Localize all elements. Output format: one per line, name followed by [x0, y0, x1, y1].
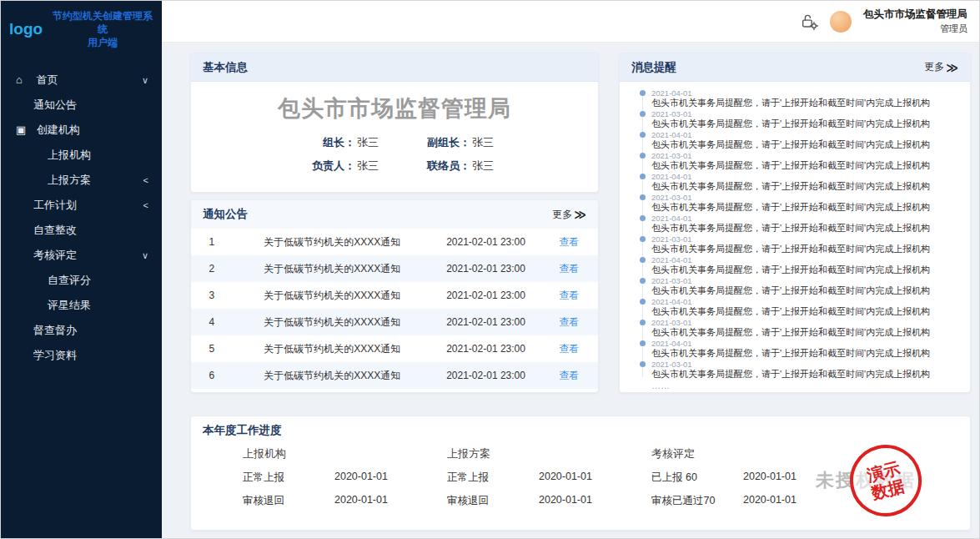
notice-row: 6 关于低碳节约机关的XXXX通知 2021-02-01 23:00 查看 — [191, 362, 598, 389]
sidebar-item[interactable]: ⌂ 首页 ∨ — [1, 68, 162, 93]
sidebar-item[interactable]: 评星结果 — [1, 293, 162, 318]
message-date: 2021-03-01 — [651, 151, 958, 160]
system-subtitle: 用户端 — [48, 36, 157, 49]
sidebar-item[interactable]: 考核评定 ∨ — [1, 243, 162, 268]
message-item: 2021-04-01 包头市机关事务局提醒您，请于'上报开始和截至时间'内完成上… — [640, 214, 958, 234]
chevron-icon: < — [143, 168, 148, 193]
progress-label: 已上报 60 — [651, 471, 730, 485]
menu-item-label: 首页 — [37, 73, 58, 86]
notice-title: 关于低碳节约机关的XXXX通知 — [233, 235, 432, 249]
topbar: 包头市市场监督管理局 管理员 — [162, 1, 979, 43]
message-text: 包头市机关事务局提醒您，请于'上报开始和截至时间'内完成上报机构 — [651, 118, 958, 129]
basic-info-body: 包头市市场监督管理局 组长： 张三 副组长： — [191, 82, 598, 174]
notice-row: 1 关于低碳节约机关的XXXX通知 2021-02-01 23:00 查看 — [191, 229, 598, 255]
notice-view-link[interactable]: 查看 — [540, 315, 598, 330]
progress-label: 审核退回 — [243, 494, 321, 508]
message-item: 2021-04-01 包头市机关事务局提醒您，请于'上报开始和截至时间'内完成上… — [640, 130, 958, 151]
messages-title: 消息提醒 — [631, 60, 676, 75]
info-field: 负责人： 张三 — [295, 159, 379, 174]
app-window: logo 节约型机关创建管理系统 用户端 ⌂ 首页 ∨ 通知公告 — [0, 0, 980, 539]
menu-item-icon: ▣ — [16, 118, 28, 143]
message-date: 2021-03-01 — [651, 276, 958, 285]
message-text: 包头市机关事务局提醒您，请于'上报开始和截至时间'内完成上报机构 — [651, 139, 958, 150]
message-text: 包头市机关事务局提醒您，请于'上报开始和截至时间'内完成上报机构 — [651, 306, 958, 317]
messages-more-link[interactable]: 更多 ≫ — [924, 60, 958, 74]
message-text: 包头市机关事务局提醒您，请于'上报开始和截至时间'内完成上报机构 — [651, 202, 958, 213]
sidebar-item[interactable]: ▣ 创建机构 — [1, 118, 162, 143]
progress-value: 2020-01-01 — [539, 471, 592, 485]
notice-title: 关于低碳节约机关的XXXX通知 — [233, 342, 432, 356]
menu-item-label: 督查督办 — [33, 324, 77, 336]
message-item: 2021-03-01 包头市机关事务局提醒您，请于'上报开始和截至时间'内完成上… — [640, 234, 958, 255]
more-arrow-icon: ≫ — [574, 208, 586, 221]
notice-index: 4 — [191, 316, 233, 328]
notices-card: 通知公告 更多 ≫ 1 关于低碳节约机关的XXXX通知 2021-02-0 — [190, 199, 599, 393]
menu-item-label: 学习资料 — [33, 349, 77, 361]
chevron-icon: ∨ — [142, 243, 148, 268]
message-text: 包头市机关事务局提醒您，请于'上报开始和截至时间'内完成上报机构 — [651, 285, 958, 296]
notice-time: 2021-02-01 23:00 — [432, 343, 540, 355]
lock-settings-icon[interactable] — [800, 13, 818, 31]
menu-item-label: 创建机构 — [37, 123, 80, 136]
message-date: 2021-04-01 — [651, 130, 958, 139]
message-date: 2021-04-01 — [651, 297, 958, 306]
progress-row: 正常上报 2020-01-01 — [243, 471, 447, 485]
progress-group-title: 上报方案 — [447, 446, 651, 461]
sidebar-item[interactable]: 上报方案 < — [1, 168, 162, 193]
notice-row: 4 关于低碳节约机关的XXXX通知 2021-02-01 23:00 查看 — [191, 309, 598, 335]
sidebar-menu: ⌂ 首页 ∨ 通知公告 ▣ 创建机构 上报 — [1, 68, 162, 368]
brand: logo 节约型机关创建管理系统 用户端 — [1, 1, 162, 56]
message-text: 包头市机关事务局提醒您，请于'上报开始和截至时间'内完成上报机构 — [651, 160, 958, 171]
message-date: 2021-03-01 — [651, 234, 958, 244]
more-label: 更多 — [552, 208, 572, 222]
message-item: 2021-03-01 包头市机关事务局提醒您，请于'上报开始和截至时间'内完成上… — [640, 276, 958, 297]
sidebar-item[interactable]: 工作计划 < — [1, 193, 162, 218]
sidebar-item[interactable]: 督查督办 — [1, 318, 162, 343]
notice-index: 6 — [191, 370, 233, 381]
notice-view-link[interactable]: 查看 — [540, 235, 598, 249]
progress-label: 正常上报 — [447, 471, 525, 485]
message-text: 包头市机关事务局提醒您，请于'上报开始和截至时间'内完成上报机构 — [651, 327, 958, 338]
sidebar-item[interactable]: 自查整改 — [1, 218, 162, 243]
message-date: 2021-04-01 — [651, 88, 958, 98]
message-timeline: 2021-04-01 包头市机关事务局提醒您，请于'上报开始和截至时间'内完成上… — [640, 88, 958, 380]
sidebar-item[interactable]: 学习资料 — [1, 343, 162, 368]
message-date: 2021-04-01 — [651, 255, 958, 264]
message-date: 2021-04-01 — [651, 214, 958, 223]
progress-row: 审核退回 2020-01-01 — [243, 494, 447, 508]
progress-row: 审核已通过70 2020-01-01 — [651, 494, 856, 508]
avatar[interactable] — [830, 11, 852, 33]
notice-index: 3 — [191, 290, 233, 301]
progress-value: 2020-01-01 — [743, 471, 797, 485]
notice-view-link[interactable]: 查看 — [540, 342, 598, 356]
message-date: 2021-03-01 — [651, 318, 958, 327]
sidebar-item[interactable]: 自查评分 — [1, 268, 162, 293]
notice-time: 2021-02-01 23:00 — [432, 263, 540, 275]
message-date: 2021-04-01 — [651, 339, 958, 348]
sidebar-item[interactable]: 通知公告 — [1, 93, 162, 118]
notice-view-link[interactable]: 查看 — [540, 369, 598, 383]
message-text: 包头市机关事务局提醒您，请于'上报开始和截至时间'内完成上报机构 — [651, 98, 958, 108]
notice-time: 2021-02-01 23:00 — [432, 370, 540, 381]
system-title-block: 节约型机关创建管理系统 用户端 — [48, 9, 157, 49]
notices-more-link[interactable]: 更多 ≫ — [552, 208, 586, 222]
basic-info-card: 基本信息 包头市市场监督管理局 组长： 张三 — [190, 53, 599, 193]
progress-value: 2020-01-01 — [334, 494, 388, 508]
sidebar-item[interactable]: 上报机构 — [1, 143, 162, 168]
message-date: 2021-04-01 — [651, 172, 958, 181]
info-field: 联络员： 张三 — [410, 159, 494, 174]
progress-value: 2020-01-01 — [743, 494, 797, 508]
notice-title: 关于低碳节约机关的XXXX通知 — [233, 289, 432, 303]
progress-group-title: 考核评定 — [651, 446, 856, 461]
notice-title: 关于低碳节约机关的XXXX通知 — [233, 262, 432, 276]
message-item: 2021-04-01 包头市机关事务局提醒您，请于'上报开始和截至时间'内完成上… — [640, 339, 958, 360]
message-date: 2021-03-01 — [651, 360, 958, 369]
main-content: 基本信息 包头市市场监督管理局 组长： 张三 — [162, 43, 979, 538]
notice-view-link[interactable]: 查看 — [540, 289, 598, 303]
notice-row: 3 关于低碳节约机关的XXXX通知 2021-02-01 23:00 查看 — [191, 282, 598, 309]
notice-view-link[interactable]: 查看 — [540, 262, 598, 276]
messages-card: 消息提醒 更多 ≫ 2021-04-01 包头市机关事务局提醒您，请于'上报开始… — [619, 53, 971, 393]
notice-time: 2021-02-01 23:00 — [432, 290, 540, 301]
message-item: 2021-03-01 包头市机关事务局提醒您，请于'上报开始和截至时间'内完成上… — [640, 109, 958, 130]
message-item: 2021-04-01 包头市机关事务局提醒您，请于'上报开始和截至时间'内完成上… — [640, 172, 958, 193]
